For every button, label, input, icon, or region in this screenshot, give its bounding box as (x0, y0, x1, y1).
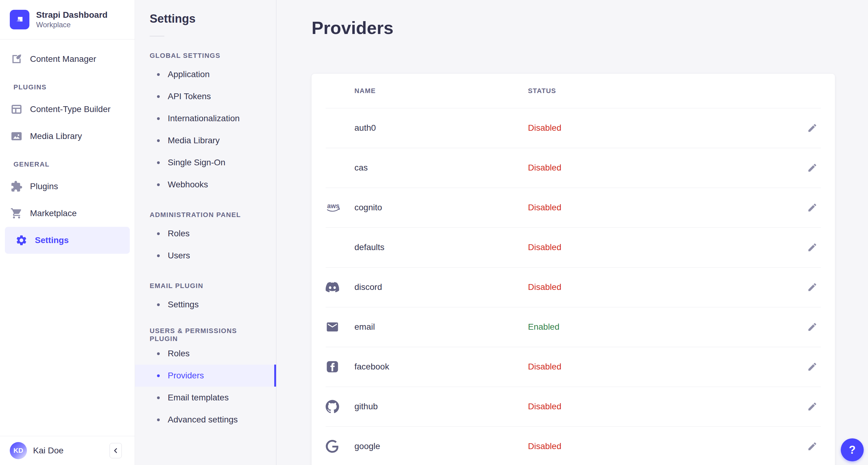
subnav-item-label: Settings (168, 300, 199, 309)
sidebar-section-plugins: PLUGINS (0, 82, 135, 92)
subnav-section-administration-panel: ADMINISTRATION PANEL Roles Users (135, 211, 276, 267)
pencil-icon (807, 162, 817, 173)
sidebar-item-media-library[interactable]: Media Library (0, 123, 135, 150)
provider-name: github (354, 402, 528, 411)
bullet-icon (157, 183, 160, 186)
subnav-section-users-permissions-plugin: USERS & PERMISSIONS PLUGIN Roles Provide… (135, 331, 276, 431)
bullet-icon (157, 139, 160, 142)
subnav-item-webhooks[interactable]: Webhooks (135, 174, 276, 196)
bullet-icon (157, 73, 160, 76)
discord-icon (326, 280, 354, 294)
edit-provider-button[interactable] (804, 119, 821, 136)
help-button[interactable]: ? (841, 438, 864, 461)
sidebar-item-label: Content Manager (30, 54, 96, 64)
chevron-left-icon (112, 447, 119, 454)
subnav-section-header: ADMINISTRATION PANEL (135, 211, 276, 219)
subnav-item-advanced-settings[interactable]: Advanced settings (135, 409, 276, 431)
sidebar-nav: Content Manager PLUGINS Content-Type Bui… (0, 39, 135, 254)
edit-provider-button[interactable] (804, 318, 821, 336)
subnav-item-application[interactable]: Application (135, 63, 276, 85)
subnav-item-admin-users[interactable]: Users (135, 245, 276, 267)
table-row-google[interactable]: google Disabled (326, 427, 821, 465)
layout-grid-icon (10, 102, 23, 116)
sidebar-footer: KD Kai Doe (0, 436, 135, 465)
edit-provider-button[interactable] (804, 239, 821, 256)
table-row-defaults[interactable]: defaults Disabled (326, 227, 821, 267)
github-icon (326, 400, 354, 413)
user-menu[interactable]: KD Kai Doe (10, 442, 64, 459)
provider-name: cognito (354, 203, 528, 212)
workspace-switcher[interactable]: Strapi Dashboard Workplace (0, 0, 135, 39)
provider-status: Enabled (528, 322, 804, 332)
subnav-item-email-templates[interactable]: Email templates (135, 386, 276, 409)
subnav-section-email-plugin: EMAIL PLUGIN Settings (135, 282, 276, 316)
table-row-facebook[interactable]: facebook Disabled (326, 347, 821, 386)
provider-status: Disabled (528, 203, 804, 212)
edit-provider-button[interactable] (804, 279, 821, 296)
sidebar-item-marketplace[interactable]: Marketplace (0, 200, 135, 227)
table-row-github[interactable]: github Disabled (326, 386, 821, 427)
provider-status: Disabled (528, 282, 804, 292)
pencil-icon (807, 362, 817, 372)
subnav-item-label: Roles (168, 229, 190, 239)
edit-provider-button[interactable] (804, 199, 821, 216)
bullet-icon (157, 418, 160, 421)
subnav-item-email-settings[interactable]: Settings (135, 293, 276, 316)
subnav-item-label: Media Library (168, 135, 220, 146)
table-row-email[interactable]: email Enabled (326, 307, 821, 347)
sidebar-item-plugins[interactable]: Plugins (0, 173, 135, 200)
brand-subtitle: Workplace (36, 20, 107, 29)
subnav-item-label: Advanced settings (168, 415, 238, 425)
subnav-item-api-tokens[interactable]: API Tokens (135, 85, 276, 107)
sidebar-item-content-type-builder[interactable]: Content-Type Builder (0, 96, 135, 123)
page-title: Providers (312, 18, 868, 38)
sidebar-item-content-manager[interactable]: Content Manager (0, 45, 135, 72)
subnav-item-admin-roles[interactable]: Roles (135, 222, 276, 245)
subnav-title: Settings (135, 12, 276, 25)
puzzle-icon (10, 180, 23, 193)
table-row-cas[interactable]: cas Disabled (326, 148, 821, 188)
provider-status: Disabled (528, 243, 804, 252)
edit-provider-button[interactable] (804, 358, 821, 375)
subnav-item-label: Single Sign-On (168, 158, 225, 167)
subnav-section-header: GLOBAL SETTINGS (135, 52, 276, 60)
subnav-section-header: USERS & PERMISSIONS PLUGIN (135, 331, 276, 339)
table-row-auth0[interactable]: auth0 Disabled (326, 108, 821, 148)
subnav-item-label: API Tokens (168, 92, 211, 101)
provider-name: email (354, 322, 528, 332)
strapi-logo-icon (10, 10, 29, 29)
provider-status: Disabled (528, 402, 804, 411)
table-row-cognito[interactable]: aws cognito Disabled (326, 188, 821, 227)
bullet-icon (157, 374, 160, 377)
column-header-status: STATUS (528, 87, 821, 95)
shopping-cart-icon (10, 207, 23, 220)
provider-name: google (354, 441, 528, 451)
gear-icon (15, 234, 28, 247)
bullet-icon (157, 396, 160, 399)
subnav-divider (150, 36, 164, 36)
aws-icon: aws (326, 202, 354, 214)
bullet-icon (157, 303, 160, 306)
subnav-item-single-sign-on[interactable]: Single Sign-On (135, 152, 276, 174)
subnav-item-internationalization[interactable]: Internationalization (135, 107, 276, 129)
bullet-icon (157, 352, 160, 355)
subnav-item-label: Roles (168, 349, 190, 359)
edit-provider-button[interactable] (804, 438, 821, 455)
sidebar-item-settings[interactable]: Settings (5, 227, 130, 254)
table-row-discord[interactable]: discord Disabled (326, 267, 821, 307)
subnav-item-providers[interactable]: Providers (135, 365, 276, 386)
bullet-icon (157, 254, 160, 257)
subnav-item-label: Webhooks (168, 180, 208, 189)
collapse-sidebar-button[interactable] (110, 443, 122, 458)
avatar: KD (10, 442, 27, 459)
subnav-item-label: Application (168, 69, 210, 79)
provider-name: defaults (354, 243, 528, 252)
avatar-initials: KD (13, 446, 23, 455)
provider-name: cas (354, 163, 528, 173)
subnav-item-media-library[interactable]: Media Library (135, 129, 276, 152)
subnav-item-up-roles[interactable]: Roles (135, 343, 276, 365)
edit-provider-button[interactable] (804, 398, 821, 415)
edit-provider-button[interactable] (804, 159, 821, 176)
sidebar-item-label: Content-Type Builder (30, 104, 111, 114)
picture-icon (10, 129, 23, 143)
